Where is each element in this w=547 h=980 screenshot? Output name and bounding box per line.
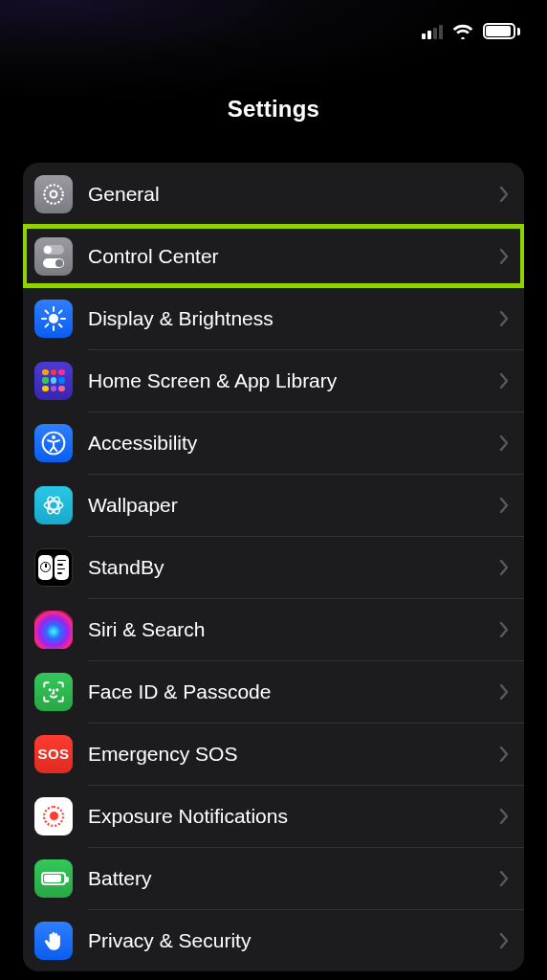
- siri-icon: [34, 611, 73, 649]
- chevron-right-icon: [499, 746, 509, 762]
- chevron-right-icon: [499, 311, 509, 326]
- settings-row-battery[interactable]: Battery: [23, 847, 524, 909]
- exposure-icon: [34, 797, 73, 835]
- battery-status-icon: [483, 23, 520, 39]
- settings-row-privacy-security[interactable]: Privacy & Security: [23, 909, 524, 971]
- settings-list: General Control Center Display & Brightn…: [23, 163, 524, 971]
- svg-point-8: [56, 689, 57, 690]
- chevron-right-icon: [499, 933, 509, 948]
- row-label: Siri & Search: [88, 618, 499, 641]
- toggles-icon: [34, 237, 73, 276]
- gear-icon: [34, 175, 73, 213]
- svg-point-7: [50, 689, 51, 690]
- chevron-right-icon: [499, 435, 509, 451]
- row-label: Accessibility: [88, 432, 499, 455]
- status-bar: [422, 23, 520, 39]
- faceid-icon: [34, 673, 73, 711]
- settings-row-exposure-notifications[interactable]: Exposure Notifications: [23, 785, 524, 847]
- row-label: General: [88, 183, 499, 206]
- chevron-right-icon: [499, 684, 509, 700]
- chevron-right-icon: [499, 871, 509, 886]
- page-title: Settings: [0, 96, 547, 122]
- cellular-signal-icon: [422, 24, 443, 39]
- chevron-right-icon: [499, 560, 509, 575]
- svg-point-3: [52, 435, 55, 439]
- settings-row-accessibility[interactable]: Accessibility: [23, 412, 524, 474]
- settings-row-general[interactable]: General: [23, 163, 524, 225]
- svg-point-4: [44, 501, 63, 509]
- battery-icon: [34, 859, 73, 898]
- settings-row-home-screen[interactable]: Home Screen & App Library: [23, 349, 524, 412]
- wifi-icon: [452, 24, 473, 39]
- sos-icon: SOS: [34, 735, 73, 773]
- hand-icon: [34, 922, 73, 960]
- settings-row-standby[interactable]: StandBy: [23, 536, 524, 598]
- row-label: Privacy & Security: [88, 929, 499, 952]
- row-label: Wallpaper: [88, 494, 499, 517]
- settings-screen: Settings General Control Center: [0, 0, 547, 980]
- chevron-right-icon: [499, 498, 509, 513]
- row-label: Control Center: [88, 245, 499, 268]
- rosette-icon: [34, 486, 73, 524]
- accessibility-icon: [34, 424, 73, 462]
- settings-row-faceid-passcode[interactable]: Face ID & Passcode: [23, 660, 524, 723]
- chevron-right-icon: [499, 187, 509, 202]
- sun-icon: [34, 300, 73, 338]
- settings-row-display-brightness[interactable]: Display & Brightness: [23, 287, 524, 349]
- chevron-right-icon: [499, 373, 509, 389]
- row-label: StandBy: [88, 556, 499, 579]
- row-label: Display & Brightness: [88, 307, 499, 330]
- settings-row-wallpaper[interactable]: Wallpaper: [23, 474, 524, 536]
- row-label: Battery: [88, 867, 499, 890]
- row-label: Emergency SOS: [88, 743, 499, 766]
- svg-point-0: [44, 185, 63, 204]
- settings-row-emergency-sos[interactable]: SOS Emergency SOS: [23, 723, 524, 785]
- chevron-right-icon: [499, 809, 509, 824]
- row-label: Home Screen & App Library: [88, 369, 499, 392]
- chevron-right-icon: [499, 622, 509, 637]
- app-grid-icon: [34, 362, 73, 400]
- standby-icon: [34, 548, 73, 587]
- svg-point-1: [51, 190, 57, 197]
- settings-row-siri-search[interactable]: Siri & Search: [23, 598, 524, 660]
- settings-row-control-center[interactable]: Control Center: [23, 225, 524, 287]
- row-label: Face ID & Passcode: [88, 680, 499, 703]
- row-label: Exposure Notifications: [88, 805, 499, 828]
- chevron-right-icon: [499, 249, 509, 264]
